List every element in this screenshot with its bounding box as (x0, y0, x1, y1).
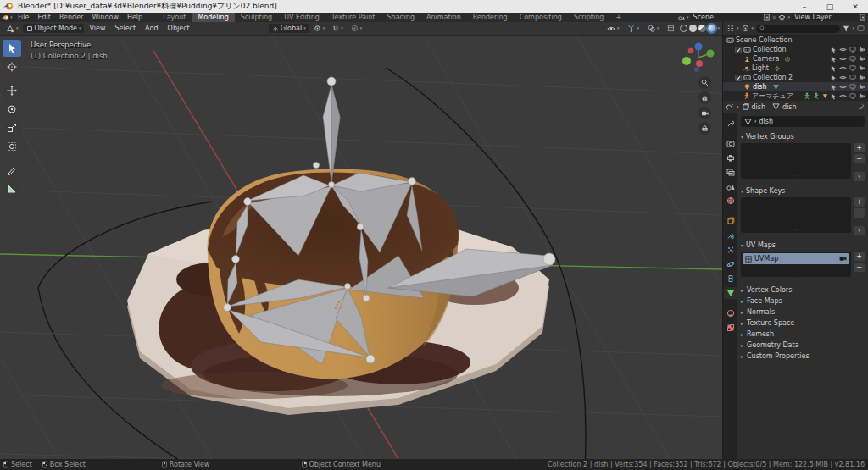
selectable-icon[interactable] (831, 84, 837, 91)
navigation-gizmo[interactable] (680, 41, 717, 76)
tab-world[interactable] (724, 195, 737, 207)
outliner-row-light[interactable]: Light (723, 64, 868, 73)
disable-render-icon[interactable] (859, 75, 865, 80)
tab-render[interactable] (724, 137, 737, 149)
tool-move[interactable] (3, 82, 21, 99)
pin-icon[interactable] (858, 103, 865, 110)
uv-map-add-button[interactable]: + (854, 252, 865, 261)
disable-viewport-icon[interactable] (849, 75, 856, 80)
tab-physics[interactable] (724, 258, 737, 270)
minimize-button[interactable]: – (792, 0, 817, 13)
shape-keys-list[interactable]: ⋯ (741, 197, 851, 233)
panel-shape-keys-header[interactable]: ▾Shape Keys (741, 185, 865, 196)
vertex-group-specials-button[interactable]: ▾ (854, 172, 865, 181)
vertex-group-add-button[interactable]: + (854, 143, 865, 152)
tool-annotate[interactable] (3, 162, 21, 179)
viewport-menu-object[interactable]: Object (164, 24, 194, 33)
shape-key-add-button[interactable]: + (854, 197, 865, 207)
outliner-row-dish[interactable]: dish (723, 82, 868, 91)
tab-constraints[interactable] (724, 273, 737, 285)
xray-toggle-button[interactable] (664, 24, 678, 33)
outliner-row-collection[interactable]: Collection (723, 45, 868, 54)
disable-viewport-icon[interactable] (849, 93, 856, 99)
uv-maps-list[interactable]: UVMap ⋯ (741, 252, 851, 277)
shading-material-button[interactable] (698, 25, 706, 32)
tab-object-data[interactable] (724, 287, 737, 299)
perspective-toggle-button[interactable] (698, 122, 711, 135)
disable-viewport-icon[interactable] (849, 65, 856, 71)
zoom-button[interactable] (698, 76, 711, 89)
tab-compositing[interactable]: Compositing (514, 13, 568, 22)
shading-dropdown[interactable]: ▾ (717, 26, 720, 30)
outliner-filter-icon[interactable] (843, 25, 849, 32)
viewport-canvas[interactable]: User Perspective (1) Collection 2 | dish (0, 36, 722, 459)
pan-button[interactable] (698, 91, 711, 104)
uv-map-remove-button[interactable]: − (854, 263, 865, 272)
overlays-toggle-button[interactable]: ▾ (644, 24, 663, 33)
new-view-layer-icon[interactable] (860, 14, 866, 21)
selectable-icon[interactable] (831, 56, 837, 63)
menu-window[interactable]: Window (87, 13, 123, 22)
outliner-row-scene-collection[interactable]: Scene Collection (723, 36, 868, 45)
breadcrumb-object-name[interactable]: dish (752, 103, 766, 111)
new-collection-button[interactable] (857, 25, 865, 32)
menu-file[interactable]: File (14, 13, 33, 22)
hide-eye-icon[interactable] (839, 84, 847, 90)
uv-map-item[interactable]: UVMap (743, 253, 849, 264)
panel-uv-maps-header[interactable]: ▾UV Maps (741, 240, 865, 251)
add-workspace-button[interactable]: + (609, 13, 627, 22)
camera-view-button[interactable] (698, 107, 711, 119)
disable-render-icon[interactable] (859, 65, 865, 71)
disable-viewport-icon[interactable] (849, 47, 856, 53)
panel-vertex-groups-header[interactable]: ▾Vertex Groups (741, 131, 865, 142)
tool-rotate[interactable] (3, 101, 21, 118)
tab-modifiers[interactable] (724, 229, 737, 241)
new-scene-icon[interactable] (764, 14, 771, 21)
hide-eye-icon[interactable] (839, 47, 847, 53)
tab-scripting[interactable]: Scripting (568, 13, 610, 22)
tab-material[interactable] (724, 307, 737, 319)
tab-shading[interactable]: Shading (381, 13, 420, 22)
tab-modeling[interactable]: Modeling (192, 13, 234, 22)
viewport-menu-select[interactable]: Select (110, 24, 140, 33)
disable-render-icon[interactable] (859, 47, 865, 53)
disable-render-icon[interactable] (859, 56, 865, 62)
tab-texture-paint[interactable]: Texture Paint (326, 13, 381, 22)
hide-eye-icon[interactable] (839, 93, 847, 99)
selectable-icon[interactable] (831, 47, 837, 53)
disable-render-icon[interactable] (859, 93, 865, 99)
tool-select-box[interactable] (3, 40, 21, 57)
outliner-filter-objects[interactable] (742, 25, 749, 32)
tab-object[interactable] (724, 215, 737, 227)
disable-viewport-icon[interactable] (849, 56, 856, 62)
menu-edit[interactable]: Edit (33, 13, 55, 22)
snap-toggle-button[interactable]: ▾ (329, 24, 347, 33)
unlink-scene-icon[interactable]: ✕ (772, 14, 777, 21)
close-button[interactable]: ✕ (843, 0, 868, 13)
hide-eye-icon[interactable] (839, 65, 847, 71)
tool-measure[interactable] (3, 180, 21, 197)
panel-geometry-data[interactable]: ▸Geometry Data (741, 340, 865, 351)
panel-remesh[interactable]: ▸Remesh (741, 329, 865, 340)
checkbox-checked-icon[interactable] (735, 75, 742, 81)
vertex-group-remove-button[interactable]: − (854, 154, 865, 163)
shape-key-remove-button[interactable]: − (854, 208, 865, 218)
blender-menu-icon[interactable]: ▾ (0, 13, 14, 22)
viewport-menu-add[interactable]: Add (141, 24, 163, 33)
object-type-visibility-button[interactable]: ▾ (604, 25, 623, 33)
vertex-groups-list[interactable]: ⋯ (741, 143, 851, 179)
hide-eye-icon[interactable] (839, 56, 847, 62)
menu-render[interactable]: Render (55, 13, 87, 22)
tab-view-layer[interactable] (724, 166, 737, 178)
tab-tool[interactable] (724, 117, 737, 129)
shape-key-specials-button[interactable]: ▾ (854, 226, 865, 235)
hide-eye-icon[interactable] (839, 75, 847, 80)
panel-custom-properties[interactable]: ▸Custom Properties (741, 351, 865, 362)
disable-render-icon[interactable] (859, 84, 865, 90)
selectable-icon[interactable] (831, 75, 837, 81)
shading-rendered-button[interactable] (708, 25, 715, 32)
editor-type-button[interactable]: ▾ (3, 24, 22, 34)
breadcrumb-data-name[interactable]: dish (782, 103, 797, 111)
tab-rendering[interactable]: Rendering (467, 13, 514, 22)
transform-orientation-selector[interactable]: Global▾ (269, 24, 309, 33)
